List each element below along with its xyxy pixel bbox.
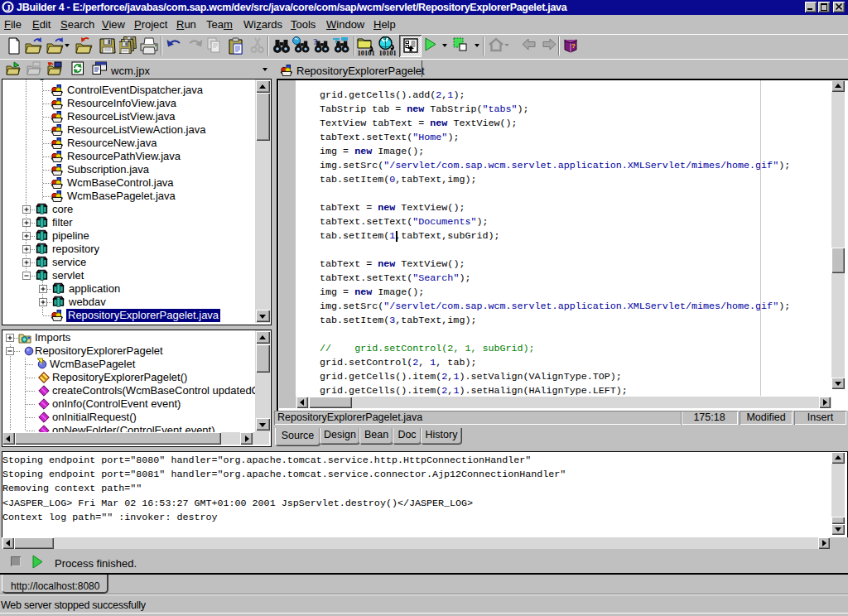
svg-text:?: ? (571, 42, 576, 50)
svg-text:10101: 10101 (379, 49, 397, 57)
svg-text:?: ? (313, 36, 318, 46)
svg-text:J: J (6, 2, 11, 12)
